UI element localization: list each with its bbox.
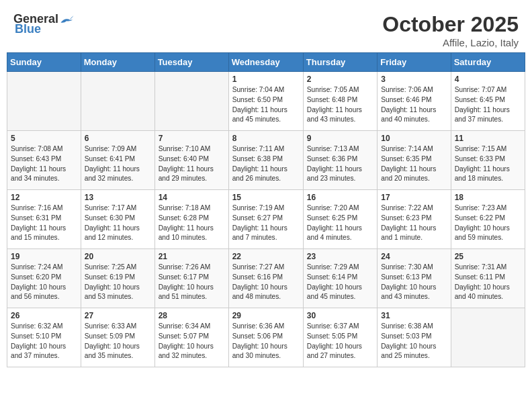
day-info: Sunrise: 7:19 AMSunset: 6:27 PMDaylight:… [232, 203, 300, 243]
day-number: 18 [455, 193, 521, 202]
calendar-day-cell: 24Sunrise: 7:30 AMSunset: 6:13 PMDayligh… [378, 249, 451, 308]
day-info: Sunrise: 7:16 AMSunset: 6:31 PMDaylight:… [11, 203, 77, 243]
day-info: Sunrise: 7:07 AMSunset: 6:45 PMDaylight:… [455, 85, 521, 125]
calendar-day-cell: 8Sunrise: 7:11 AMSunset: 6:38 PMDaylight… [228, 131, 303, 190]
day-number: 24 [381, 252, 447, 261]
day-number: 30 [307, 311, 373, 320]
day-number: 3 [381, 75, 447, 84]
day-number: 17 [381, 193, 447, 202]
calendar-day-cell [154, 72, 228, 131]
day-number: 11 [455, 134, 521, 143]
day-info: Sunrise: 7:23 AMSunset: 6:22 PMDaylight:… [455, 203, 521, 243]
day-number: 5 [11, 134, 77, 143]
day-number: 14 [159, 193, 225, 202]
logo-bird-icon [60, 13, 75, 26]
day-number: 10 [381, 134, 447, 143]
calendar-day-cell: 5Sunrise: 7:08 AMSunset: 6:43 PMDaylight… [7, 131, 81, 190]
day-number: 1 [232, 75, 300, 84]
calendar-day-cell: 7Sunrise: 7:10 AMSunset: 6:40 PMDaylight… [154, 131, 228, 190]
location-title: Affile, Lazio, Italy [382, 37, 519, 48]
calendar-day-cell: 20Sunrise: 7:25 AMSunset: 6:19 PMDayligh… [81, 249, 154, 308]
calendar-day-cell: 14Sunrise: 7:18 AMSunset: 6:28 PMDayligh… [154, 190, 228, 249]
day-info: Sunrise: 6:34 AMSunset: 5:07 PMDaylight:… [159, 322, 225, 361]
day-info: Sunrise: 6:33 AMSunset: 5:09 PMDaylight:… [85, 322, 151, 361]
day-number: 4 [455, 75, 521, 84]
calendar-day-cell: 27Sunrise: 6:33 AMSunset: 5:09 PMDayligh… [81, 308, 154, 367]
day-info: Sunrise: 7:05 AMSunset: 6:48 PMDaylight:… [307, 85, 373, 125]
calendar-week-row: 12Sunrise: 7:16 AMSunset: 6:31 PMDayligh… [7, 190, 525, 249]
calendar-day-cell: 6Sunrise: 7:09 AMSunset: 6:41 PMDaylight… [81, 131, 154, 190]
day-number: 7 [159, 134, 225, 143]
calendar-day-cell: 13Sunrise: 7:17 AMSunset: 6:30 PMDayligh… [81, 190, 154, 249]
col-header-thursday: Thursday [303, 53, 377, 72]
calendar-day-cell: 30Sunrise: 6:37 AMSunset: 5:05 PMDayligh… [303, 308, 377, 367]
day-number: 23 [307, 252, 373, 261]
col-header-monday: Monday [81, 53, 154, 72]
calendar-day-cell: 23Sunrise: 7:29 AMSunset: 6:14 PMDayligh… [303, 249, 377, 308]
day-number: 28 [159, 311, 225, 320]
col-header-tuesday: Tuesday [154, 53, 228, 72]
calendar-table: SundayMondayTuesdayWednesdayThursdayFrid… [7, 52, 525, 367]
logo: General Blue [13, 12, 75, 36]
day-number: 2 [307, 75, 373, 84]
day-number: 8 [232, 134, 300, 143]
calendar-day-cell: 18Sunrise: 7:23 AMSunset: 6:22 PMDayligh… [451, 190, 525, 249]
calendar-header-row: SundayMondayTuesdayWednesdayThursdayFrid… [7, 53, 525, 72]
calendar-day-cell: 29Sunrise: 6:36 AMSunset: 5:06 PMDayligh… [228, 308, 303, 367]
logo-blue-text: Blue [15, 22, 41, 36]
col-header-friday: Friday [378, 53, 451, 72]
calendar-day-cell: 21Sunrise: 7:26 AMSunset: 6:17 PMDayligh… [154, 249, 228, 308]
title-block: October 2025 Affile, Lazio, Italy [382, 12, 519, 48]
day-info: Sunrise: 7:20 AMSunset: 6:25 PMDaylight:… [307, 203, 373, 243]
col-header-saturday: Saturday [451, 53, 525, 72]
day-info: Sunrise: 7:08 AMSunset: 6:43 PMDaylight:… [11, 144, 77, 184]
month-title: October 2025 [382, 12, 519, 37]
calendar-day-cell: 2Sunrise: 7:05 AMSunset: 6:48 PMDaylight… [303, 72, 377, 131]
calendar-day-cell: 28Sunrise: 6:34 AMSunset: 5:07 PMDayligh… [154, 308, 228, 367]
day-info: Sunrise: 6:32 AMSunset: 5:10 PMDaylight:… [11, 322, 77, 361]
calendar-day-cell: 25Sunrise: 7:31 AMSunset: 6:11 PMDayligh… [451, 249, 525, 308]
calendar-day-cell: 26Sunrise: 6:32 AMSunset: 5:10 PMDayligh… [7, 308, 81, 367]
day-number: 15 [232, 193, 300, 202]
day-info: Sunrise: 7:22 AMSunset: 6:23 PMDaylight:… [381, 203, 447, 243]
day-number: 21 [159, 252, 225, 261]
calendar-day-cell [7, 72, 81, 131]
calendar-day-cell: 31Sunrise: 6:38 AMSunset: 5:03 PMDayligh… [378, 308, 451, 367]
day-info: Sunrise: 7:27 AMSunset: 6:16 PMDaylight:… [232, 263, 300, 302]
day-info: Sunrise: 7:29 AMSunset: 6:14 PMDaylight:… [307, 263, 373, 302]
calendar-day-cell [81, 72, 154, 131]
day-number: 13 [85, 193, 151, 202]
day-number: 31 [381, 311, 447, 320]
calendar-day-cell: 16Sunrise: 7:20 AMSunset: 6:25 PMDayligh… [303, 190, 377, 249]
day-info: Sunrise: 7:15 AMSunset: 6:33 PMDaylight:… [455, 144, 521, 184]
calendar-day-cell: 15Sunrise: 7:19 AMSunset: 6:27 PMDayligh… [228, 190, 303, 249]
calendar-day-cell: 19Sunrise: 7:24 AMSunset: 6:20 PMDayligh… [7, 249, 81, 308]
calendar-day-cell: 1Sunrise: 7:04 AMSunset: 6:50 PMDaylight… [228, 72, 303, 131]
calendar-day-cell: 10Sunrise: 7:14 AMSunset: 6:35 PMDayligh… [378, 131, 451, 190]
calendar-day-cell: 11Sunrise: 7:15 AMSunset: 6:33 PMDayligh… [451, 131, 525, 190]
calendar-day-cell: 17Sunrise: 7:22 AMSunset: 6:23 PMDayligh… [378, 190, 451, 249]
day-info: Sunrise: 7:31 AMSunset: 6:11 PMDaylight:… [455, 263, 521, 302]
day-info: Sunrise: 7:10 AMSunset: 6:40 PMDaylight:… [159, 144, 225, 184]
day-info: Sunrise: 7:24 AMSunset: 6:20 PMDaylight:… [11, 263, 77, 302]
calendar-day-cell: 12Sunrise: 7:16 AMSunset: 6:31 PMDayligh… [7, 190, 81, 249]
calendar-week-row: 19Sunrise: 7:24 AMSunset: 6:20 PMDayligh… [7, 249, 525, 308]
day-info: Sunrise: 7:30 AMSunset: 6:13 PMDaylight:… [381, 263, 447, 302]
calendar-day-cell [451, 308, 525, 367]
day-number: 9 [307, 134, 373, 143]
day-info: Sunrise: 7:09 AMSunset: 6:41 PMDaylight:… [85, 144, 151, 184]
day-number: 6 [85, 134, 151, 143]
day-info: Sunrise: 7:13 AMSunset: 6:36 PMDaylight:… [307, 144, 373, 184]
day-info: Sunrise: 7:25 AMSunset: 6:19 PMDaylight:… [85, 263, 151, 302]
day-info: Sunrise: 7:18 AMSunset: 6:28 PMDaylight:… [159, 203, 225, 243]
day-info: Sunrise: 7:11 AMSunset: 6:38 PMDaylight:… [232, 144, 300, 184]
day-info: Sunrise: 6:38 AMSunset: 5:03 PMDaylight:… [381, 322, 447, 361]
day-info: Sunrise: 6:37 AMSunset: 5:05 PMDaylight:… [307, 322, 373, 361]
calendar-day-cell: 9Sunrise: 7:13 AMSunset: 6:36 PMDaylight… [303, 131, 377, 190]
day-info: Sunrise: 6:36 AMSunset: 5:06 PMDaylight:… [232, 322, 300, 361]
day-number: 16 [307, 193, 373, 202]
day-number: 27 [85, 311, 151, 320]
page-header: General Blue October 2025 Affile, Lazio,… [7, 7, 525, 52]
calendar-week-row: 26Sunrise: 6:32 AMSunset: 5:10 PMDayligh… [7, 308, 525, 367]
calendar-day-cell: 3Sunrise: 7:06 AMSunset: 6:46 PMDaylight… [378, 72, 451, 131]
